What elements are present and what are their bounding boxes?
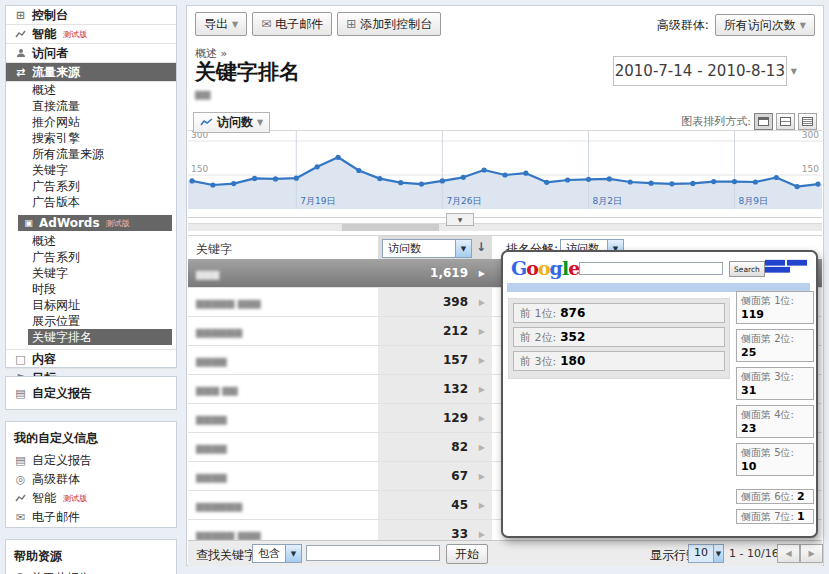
chart-scrollbar-thumb[interactable] [342, 224, 439, 231]
keyword-redacted: ▆▆▆▆▆ ▆▆▆ [196, 529, 261, 540]
sidebar-item-custom-reports[interactable]: ▤ 自定义报告 [6, 377, 176, 409]
sidebar-item-my-custom-reports[interactable]: ▤ 自定义报告 [6, 451, 176, 470]
select-arrow-icon: ▼ [713, 545, 723, 562]
sidebar-item-intelligence[interactable]: 智能 测试版 [6, 25, 176, 44]
side-position-box: 侧面第 4位: 23 [736, 405, 814, 438]
sidebar-item-advanced-segments[interactable]: ◎ 高级群体 [6, 470, 176, 489]
keyword-redacted: ▆▆▆▆ [196, 413, 227, 424]
serp-search-input[interactable] [579, 262, 723, 275]
export-button[interactable]: 导出▼ [195, 12, 247, 36]
find-keyword-label: 查找关键字 [196, 547, 256, 564]
match-type-select[interactable]: 包含▼ [252, 544, 302, 563]
dropdown-arrow-icon: ▼ [257, 118, 263, 127]
visits-value: 45 [451, 498, 468, 512]
row-expand-arrow-icon[interactable]: ▶ [479, 385, 485, 394]
visits-value: 1,619 [430, 266, 468, 280]
side-position-box: 侧面第 1位: 119 [736, 291, 814, 324]
chart-scrollbar-track[interactable] [188, 223, 822, 231]
sidebar-item-label: 智能 [32, 26, 56, 43]
row-expand-arrow-icon[interactable]: ▶ [479, 356, 485, 365]
sidebar-item-content[interactable]: □ 内容 [6, 349, 176, 369]
sidebar-item-traffic-sources[interactable]: ⇄ 流量来源 [6, 63, 176, 82]
rows-per-page-select[interactable]: 10▼ [688, 544, 724, 563]
sidebar-item-keywords[interactable]: 关键字 [6, 162, 176, 178]
serp-search-button[interactable]: Search [729, 261, 765, 277]
sidebar-item-aw-keywords[interactable]: 关键字 [6, 265, 176, 281]
row-expand-arrow-icon[interactable]: ▶ [479, 501, 485, 510]
serp-link-redacted[interactable]: ▆▆▆▆▆ [765, 266, 807, 273]
side-position-box: 侧面第 2位: 25 [736, 329, 814, 362]
sidebar-help-box: 帮助资源 ? 关于此报告 [5, 539, 177, 574]
sort-direction-icon[interactable]: ↓ [476, 240, 486, 254]
sidebar-item-email[interactable]: ✉ 电子邮件 [6, 508, 176, 527]
report-icon: ▤ [14, 454, 27, 467]
svg-text:8月2日: 8月2日 [593, 196, 622, 206]
date-dropdown-arrow-icon[interactable]: ▼ [791, 67, 797, 76]
visits-value: 67 [451, 469, 468, 483]
row-expand-arrow-icon[interactable]: ▶ [479, 414, 485, 423]
adwords-icon: ▣ [22, 218, 35, 228]
visitor-icon [14, 48, 27, 58]
chart-canvas: 7月19日7月26日8月2日8月9日150150300300 [188, 131, 822, 217]
row-expand-arrow-icon[interactable]: ▶ [479, 298, 485, 307]
email-icon: ✉ [261, 17, 271, 31]
date-range-control: 2010-7-14 - 2010-8-13 ▼ [613, 56, 797, 86]
row-expand-arrow-icon[interactable]: ▶ [479, 443, 485, 452]
sidebar-item-my-intelligence[interactable]: 智能 测试版 [6, 489, 176, 508]
row-expand-arrow-icon[interactable]: ▶ [479, 327, 485, 336]
previous-page-button[interactable]: ◀ [777, 544, 800, 563]
top-position-box: 前 3位: 180 [513, 351, 725, 371]
visits-value: 212 [443, 324, 468, 338]
layout-list-icon [802, 117, 813, 126]
sidebar-item-search-engines[interactable]: 搜索引擎 [6, 130, 176, 146]
google-logo: Google [511, 257, 579, 279]
sidebar-item-aw-campaigns[interactable]: 广告系列 [6, 249, 176, 265]
sidebar-item-aw-day-parts[interactable]: 时段 [6, 281, 176, 297]
my-customizations-title: 我的自定义信息 [6, 422, 176, 451]
select-arrow-icon: ▼ [455, 240, 471, 257]
segments-icon: ◎ [14, 473, 27, 486]
layout-split-chart-button[interactable] [776, 113, 795, 130]
content-page-icon: □ [14, 353, 27, 366]
sidebar-item-direct-traffic[interactable]: 直接流量 [6, 98, 176, 114]
layout-list-button[interactable] [798, 113, 817, 130]
sidebar-item-adwords[interactable]: ▣ AdWords 测试版 [18, 215, 172, 231]
next-page-button[interactable]: ▶ [800, 544, 823, 563]
sidebar-item-aw-placements[interactable]: 展示位置 [6, 313, 176, 329]
sidebar-item-keyword-positions[interactable]: 关键字排名 [28, 329, 172, 345]
visits-value: 398 [443, 295, 468, 309]
sidebar-item-dashboard[interactable]: ⊞ 控制台 [6, 6, 176, 25]
sidebar-item-aw-overview[interactable]: 概述 [6, 233, 176, 249]
sidebar-item-ad-versions[interactable]: 广告版本 [6, 194, 176, 210]
row-expand-arrow-icon[interactable]: ▶ [479, 269, 485, 278]
sort-metric-select[interactable]: 访问数▼ [382, 239, 472, 258]
sidebar-item-all-traffic[interactable]: 所有流量来源 [6, 146, 176, 162]
chart-collapse-button[interactable]: ▼ [446, 213, 474, 226]
row-expand-arrow-icon[interactable]: ▶ [479, 472, 485, 481]
keyword-redacted: ▆▆▆▆ [196, 355, 227, 366]
date-range-selector[interactable]: 2010-7-14 - 2010-8-13 [613, 56, 787, 86]
row-expand-arrow-icon[interactable]: ▶ [479, 530, 485, 539]
keyword-redacted: ▆▆▆▆▆ ▆▆▆ [196, 297, 261, 308]
keyword-column-header: 关键字 [196, 241, 232, 258]
find-keyword-input[interactable] [306, 545, 440, 561]
svg-text:7月19日: 7月19日 [300, 196, 335, 206]
add-to-dashboard-button[interactable]: ⊞添加到控制台 [337, 12, 441, 36]
chart-metric-tab[interactable]: 访问数 ▼ [193, 112, 270, 133]
start-button[interactable]: 开始 [446, 544, 488, 564]
layout-single-chart-button[interactable] [754, 113, 773, 130]
side-position-box: 侧面第 7位: 1 [736, 509, 814, 524]
page-title: 关键字排名 [195, 58, 300, 86]
advanced-segments-control: 高级群体: 所有访问次数▼ [657, 14, 815, 36]
dropdown-arrow-icon: ▼ [800, 21, 806, 30]
sidebar-item-aw-destination-urls[interactable]: 目标网址 [6, 297, 176, 313]
sidebar-item-about-report[interactable]: ? 关于此报告 [6, 569, 176, 574]
sidebar-item-campaigns[interactable]: 广告系列 [6, 178, 176, 194]
sidebar-item-ts-overview[interactable]: 概述 [6, 82, 176, 98]
advanced-segments-selector[interactable]: 所有访问次数▼ [715, 14, 815, 36]
keyword-redacted: ▆▆▆ ▆▆ [196, 384, 238, 395]
sidebar-item-visitors[interactable]: 访问者 [6, 44, 176, 63]
email-button[interactable]: ✉电子邮件 [252, 12, 332, 36]
sidebar-item-referring-sites[interactable]: 推介网站 [6, 114, 176, 130]
help-resources-title: 帮助资源 [6, 540, 176, 569]
